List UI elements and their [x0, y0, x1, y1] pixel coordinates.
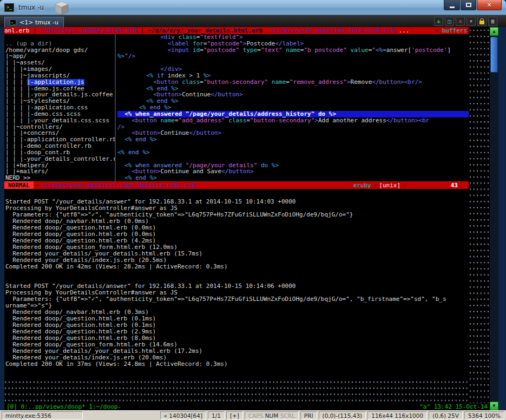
text-segment: end	[157, 98, 168, 104]
scroll-down-button[interactable]: ▼	[490, 402, 498, 410]
console-menu-button[interactable]: ▼	[466, 17, 476, 26]
vim-statusline: NORMAL < ~/views/your_details/_your_deta…	[4, 181, 469, 189]
terminal-line: Rendered doop/_navbar.html.erb (0.3ms)	[5, 309, 469, 316]
text-segment: end	[150, 104, 161, 111]
terminal-line[interactable]: | | | |-your_details.js.coffee	[5, 91, 115, 98]
close-console-button[interactable]: ✕	[456, 17, 465, 26]
terminal-line[interactable]: <button>Continue</button>	[117, 91, 469, 98]
text-segment	[153, 86, 157, 92]
new-console-button[interactable]: +	[434, 17, 443, 26]
scroll-lock-button[interactable]	[477, 17, 487, 26]
terminal-line[interactable]: %>"/>	[117, 53, 469, 60]
maximize-button[interactable]	[461, 0, 476, 10]
terminal-line[interactable]: | | |~stylesheets/	[5, 98, 115, 104]
terminal-line[interactable]: | |~controllers/	[5, 124, 115, 130]
terminal-line[interactable]	[5, 34, 115, 41]
terminal-line[interactable]: | | | |-demo.js.coffee	[5, 86, 115, 92]
text-segment: when_answered	[135, 111, 182, 117]
terminal-line[interactable]: <% end %>	[117, 149, 469, 156]
text-segment: end	[135, 136, 146, 143]
terminal-line[interactable]: <% end %>	[117, 175, 469, 181]
text-segment	[175, 34, 179, 41]
text-segment: name	[160, 117, 175, 124]
terminal-line: Rendered doop/_question.html.erb (0.0ms)	[5, 225, 469, 231]
console-tab[interactable]: >_ <1> tmux -u	[4, 17, 64, 27]
text-segment	[117, 34, 160, 41]
terminal-line[interactable]	[117, 60, 469, 66]
scroll-up-button[interactable]: ▲	[490, 27, 498, 36]
minimize-button[interactable]	[444, 0, 460, 10]
terminal-line[interactable]	[117, 156, 469, 162]
terminal[interactable]: anl.erb | ~/d/a/v/y/_summary.html.erb | …	[4, 27, 490, 410]
terminal-line[interactable]: <label for="postcode">Postcode</label>	[117, 41, 469, 47]
terminal-line[interactable]: <% if index > 1 %>	[117, 73, 469, 79]
app-icon[interactable]: >_	[4, 3, 14, 12]
terminal-line[interactable]: <button>Continue and Save</button>	[117, 168, 469, 175]
terminal-line[interactable]: | | |-application_controller.rb	[5, 136, 115, 143]
terminal-line: Rendered doop/_question.html.erb (4.2ms)	[5, 238, 469, 244]
terminal-line[interactable]: </div>	[117, 66, 469, 73]
terminal-line[interactable]: | | |+images/	[5, 66, 115, 73]
console-toolbar: + ◫ ✕ ▼ ≡	[434, 17, 497, 26]
text-segment: %>	[272, 162, 279, 169]
terminal-line[interactable]: <input id="postcode" type="text" name="b…	[117, 47, 469, 54]
terminal-line[interactable]: <% end %>	[117, 136, 469, 143]
text-segment: NUM	[263, 412, 280, 419]
terminal-line[interactable]: <button class="button-secondary" name="r…	[117, 79, 469, 86]
terminal-line[interactable]: /home/vagrant/doop_gds/	[5, 47, 115, 54]
terminal-line[interactable]: | | |~javascripts/	[5, 73, 115, 79]
terminal-line[interactable]: | | | |-demo.css.scss	[5, 111, 115, 117]
terminal-line[interactable]: | | |+concerns/	[5, 130, 115, 136]
terminal-line[interactable]: |~app/	[5, 53, 115, 60]
text-segment: Rendered doop/_question.html.erb (0.1ms)	[5, 316, 156, 322]
terminal-line: Rendered doop/_question_form.html.erb (1…	[5, 342, 469, 348]
terminal-line[interactable]: <% end %>	[117, 104, 469, 111]
text-segment: (0,0)-(115,43)	[323, 412, 363, 419]
text-segment	[153, 98, 157, 104]
terminal-line[interactable]: | | |-doop_cont.rb	[5, 149, 115, 156]
code-pane[interactable]: <div class="textfield"> <label for="post…	[116, 34, 469, 181]
terminal-line[interactable]: | | | |-application.js	[5, 79, 115, 86]
nerdtree-lines: .. (up a dir)/home/vagrant/doop_gds/|~ap…	[5, 34, 115, 175]
terminal-line[interactable]: | | |-demo_controller.rb	[5, 143, 115, 149]
terminal-line[interactable]: <button>Continue</button>	[117, 130, 469, 136]
text-segment: Postcode	[246, 41, 275, 47]
text-segment: "text"	[261, 47, 282, 54]
scrollbar[interactable]: ▲ ▼	[490, 27, 498, 410]
terminal-line: Processing by YourDetailsController#answ…	[5, 205, 469, 212]
text-segment: <%	[117, 149, 124, 156]
text-segment: <button>	[132, 168, 161, 175]
text-segment	[117, 79, 153, 86]
terminal-line: Started POST "/your_details/answer" for …	[5, 199, 469, 205]
terminal-line: Processing by YourDetailsController#answ…	[5, 290, 469, 296]
terminal-line[interactable]: | | | |-application.css	[5, 104, 115, 111]
console-list-button[interactable]: ≡	[488, 17, 497, 26]
text-segment: | | |-demo_controller.rb	[5, 143, 91, 149]
nerdtree-pane[interactable]: .. (up a dir)/home/vagrant/doop_gds/|~ap…	[4, 34, 116, 181]
window-titlebar[interactable]: >_ tmux -u ✕	[0, 0, 506, 15]
terminal-line[interactable]: | |+helpers/	[5, 162, 115, 169]
terminal-line[interactable]	[117, 143, 469, 149]
terminal-line[interactable]: <button name="add_address" class="button…	[117, 117, 469, 124]
text-segment: CAPS	[248, 412, 264, 419]
text-segment: "button-secondary"	[203, 79, 268, 86]
terminal-line[interactable]: <% when_answered "/page/your_details" do…	[117, 162, 469, 169]
rails-log-pane[interactable]: Started POST "/your_details/answer" for …	[4, 189, 469, 373]
terminal-line[interactable]: | | |-your_details_controller.r	[5, 156, 115, 162]
terminal-line[interactable]: <% when_answered "/page/your_details/add…	[117, 111, 469, 117]
text-segment: Rendered your_details/_your_details.html…	[5, 251, 202, 257]
text-segment: %>	[329, 111, 336, 117]
terminal-line[interactable]: | |~assets/	[5, 60, 115, 66]
text-segment: do	[318, 111, 325, 117]
terminal-line[interactable]: .. (up a dir)	[5, 41, 115, 47]
scrollbar-thumb[interactable]	[490, 37, 498, 73]
text-segment: Started POST "/your_details/answer" for …	[5, 283, 295, 290]
split-view-button[interactable]: ◫	[445, 17, 454, 26]
terminal-line[interactable]: <% end %>	[117, 86, 469, 92]
terminal-line[interactable]: />	[117, 124, 469, 130]
close-button[interactable]: ✕	[477, 0, 502, 10]
text-segment	[117, 47, 168, 54]
terminal-line[interactable]: <% end %>	[117, 98, 469, 104]
terminal-line[interactable]: <div class="textfield">	[117, 34, 469, 41]
terminal-line[interactable]: | | | |-your_details.css.scss	[5, 117, 115, 124]
